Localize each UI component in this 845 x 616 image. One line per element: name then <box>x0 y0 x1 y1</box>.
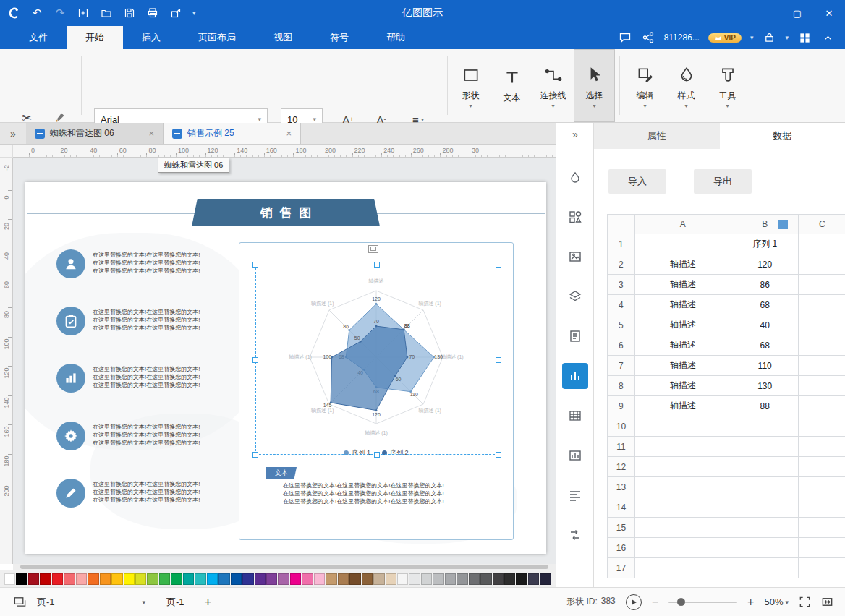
color-swatch-44[interactable] <box>528 573 539 585</box>
page-selector[interactable]: 页-1 ▾ <box>37 596 145 609</box>
panel-outline-icon[interactable] <box>562 482 588 508</box>
cell-a16[interactable] <box>635 538 731 558</box>
gift-caret-icon[interactable]: ▾ <box>785 34 789 41</box>
color-swatch-45[interactable] <box>540 573 551 585</box>
cell-b1[interactable]: 序列 1 <box>731 234 799 254</box>
undo-icon[interactable]: ↶ <box>30 7 43 20</box>
row-number-14[interactable]: 14 <box>608 497 635 518</box>
cell-c8[interactable] <box>799 376 845 396</box>
color-swatch-31[interactable] <box>373 573 384 585</box>
panel-picture-icon[interactable] <box>562 244 588 270</box>
cell-a3[interactable]: 轴描述 <box>635 275 731 295</box>
row-number-6[interactable]: 6 <box>608 335 635 356</box>
share-icon[interactable] <box>641 30 655 45</box>
color-swatch-41[interactable] <box>493 573 504 585</box>
export-button[interactable]: 导出 <box>694 169 752 194</box>
color-swatch-30[interactable] <box>362 573 373 585</box>
color-swatch-3[interactable] <box>40 573 51 585</box>
cell-b4[interactable]: 68 <box>731 295 799 315</box>
cell-a14[interactable] <box>635 497 731 518</box>
row-number-5[interactable]: 5 <box>608 315 635 335</box>
color-swatch-32[interactable] <box>386 573 396 585</box>
zoom-in-button[interactable]: + <box>747 596 754 608</box>
panel-notes-icon[interactable] <box>562 323 588 349</box>
color-swatch-14[interactable] <box>171 573 182 585</box>
drawing-canvas[interactable]: 销售图 在这里替换您的文本!在这里替换您的文本!在这里替换您的文本!在这里替换您… <box>13 158 556 564</box>
row-number-12[interactable]: 12 <box>608 457 635 477</box>
color-swatch-23[interactable] <box>278 573 289 585</box>
save-icon[interactable] <box>123 7 136 20</box>
cell-c1[interactable] <box>799 234 845 254</box>
text-tag[interactable]: 文本 <box>266 467 297 479</box>
color-swatch-4[interactable] <box>52 573 63 585</box>
tool-3-button[interactable]: 选择▾ <box>574 49 615 122</box>
color-swatch-29[interactable] <box>349 573 360 585</box>
canvas-horizontal-scrollbar[interactable] <box>13 564 556 570</box>
color-swatch-7[interactable] <box>88 573 98 585</box>
cell-b2[interactable]: 120 <box>731 254 799 275</box>
cell-c12[interactable] <box>799 457 845 477</box>
vip-badge[interactable]: VIP <box>708 33 742 43</box>
series-color-chip[interactable] <box>778 220 788 229</box>
document-page[interactable]: 销售图 在这里替换您的文本!在这里替换您的文本!在这里替换您的文本!在这里替换您… <box>25 182 546 554</box>
cell-c3[interactable] <box>799 275 845 295</box>
color-swatch-21[interactable] <box>255 573 266 585</box>
cell-a1[interactable] <box>635 234 731 254</box>
color-swatch-15[interactable] <box>183 573 194 585</box>
color-swatch-27[interactable] <box>326 573 336 585</box>
account-id[interactable]: 811286... <box>664 33 700 43</box>
cell-a5[interactable]: 轴描述 <box>635 315 731 335</box>
document-tab-1[interactable]: 销售示例 25× <box>164 123 301 144</box>
selection-handle-n[interactable] <box>374 262 380 268</box>
apps-grid-icon[interactable] <box>797 30 812 45</box>
color-swatch-22[interactable] <box>266 573 277 585</box>
color-swatch-39[interactable] <box>469 573 480 585</box>
cell-a8[interactable]: 轴描述 <box>635 376 731 396</box>
cell-c17[interactable] <box>799 558 845 578</box>
redo-icon[interactable]: ↷ <box>54 7 67 20</box>
color-swatch-17[interactable] <box>207 573 218 585</box>
row-number-15[interactable]: 15 <box>608 518 635 538</box>
selection-handle-s[interactable] <box>374 452 380 458</box>
tool-5-button[interactable]: 样式▾ <box>666 49 707 122</box>
menu-tab-4[interactable]: 视图 <box>255 26 311 49</box>
sheet-corner-cell[interactable] <box>608 215 635 234</box>
radar-chart-object[interactable]: 轴描述轴描述 (1)轴描述 (1)轴描述 (1)轴描述 (1)轴描述 (1)轴描… <box>239 242 514 540</box>
cell-b17[interactable] <box>731 558 799 578</box>
color-swatch-2[interactable] <box>28 573 39 585</box>
color-swatch-0[interactable] <box>4 573 15 585</box>
panel-chart-icon[interactable] <box>562 363 588 389</box>
cell-b15[interactable] <box>731 518 799 538</box>
color-swatch-9[interactable] <box>111 573 122 585</box>
color-swatch-42[interactable] <box>504 573 515 585</box>
tab-properties[interactable]: 属性 <box>594 123 720 149</box>
feature-item-4[interactable]: 在这里替换您的文本!在这里替换您的文本!在这里替换您的文本!在这里替换您的文本!… <box>56 479 252 508</box>
row-number-4[interactable]: 4 <box>608 295 635 315</box>
cell-a2[interactable]: 轴描述 <box>635 254 731 275</box>
page-view-icon[interactable] <box>13 595 27 609</box>
fullscreen-icon[interactable] <box>799 596 811 608</box>
cell-c2[interactable] <box>799 254 845 275</box>
cell-c9[interactable] <box>799 396 845 416</box>
cell-b16[interactable] <box>731 538 799 558</box>
cell-b8[interactable]: 130 <box>731 376 799 396</box>
color-swatch-36[interactable] <box>433 573 443 585</box>
cell-b14[interactable] <box>731 497 799 518</box>
feature-item-2[interactable]: 在这里替换您的文本!在这里替换您的文本!在这里替换您的文本!在这里替换您的文本!… <box>56 364 252 393</box>
row-number-11[interactable]: 11 <box>608 437 635 457</box>
color-swatch-12[interactable] <box>147 573 158 585</box>
cell-c4[interactable] <box>799 295 845 315</box>
selection-handle-e[interactable] <box>496 357 501 363</box>
color-swatch-43[interactable] <box>516 573 527 585</box>
zoom-slider-knob[interactable] <box>677 598 685 606</box>
body-text[interactable]: 在这里替换您的文本!在这里替换您的文本!在这里替换您的文本! 在这里替换您的文本… <box>283 482 500 505</box>
color-swatch-5[interactable] <box>64 573 75 585</box>
cell-b12[interactable] <box>731 457 799 477</box>
panel-replace-icon[interactable] <box>562 522 588 548</box>
new-document-icon[interactable] <box>77 7 90 20</box>
cell-a4[interactable]: 轴描述 <box>635 295 731 315</box>
color-swatch-37[interactable] <box>445 573 456 585</box>
color-swatch-35[interactable] <box>421 573 432 585</box>
cell-c5[interactable] <box>799 315 845 335</box>
expand-panel-icon[interactable]: » <box>556 129 594 140</box>
